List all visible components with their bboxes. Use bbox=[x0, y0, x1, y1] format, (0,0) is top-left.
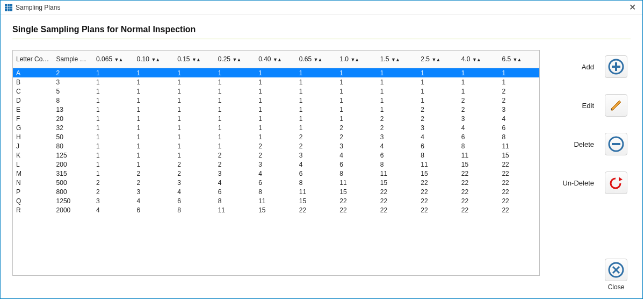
column-header[interactable]: 0.25 ▼▲ bbox=[215, 51, 256, 68]
table-cell: 3 bbox=[134, 187, 175, 196]
table-cell: 11 bbox=[255, 196, 296, 205]
column-header[interactable]: Letter Cod... bbox=[13, 51, 53, 68]
table-row[interactable]: M315122346811152222 bbox=[13, 169, 539, 178]
sort-arrows-icon: ▼▲ bbox=[350, 57, 359, 62]
table-cell: 1 bbox=[93, 151, 134, 160]
table-cell: 1 bbox=[93, 160, 134, 169]
table-row[interactable]: Q1250346811152222222222 bbox=[13, 196, 539, 205]
table-row[interactable]: B311111111111 bbox=[13, 77, 539, 87]
table-cell: 1 bbox=[255, 96, 296, 105]
table-cell: 22 bbox=[498, 196, 539, 205]
table-cell: 13 bbox=[53, 105, 93, 114]
table-cell: 6 bbox=[417, 141, 458, 151]
svg-rect-6 bbox=[612, 143, 620, 145]
delete-button[interactable]: Delete bbox=[562, 133, 627, 155]
table-cell: 2 bbox=[417, 114, 458, 123]
table-cell: 125 bbox=[53, 151, 93, 160]
column-header[interactable]: 2.5 ▼▲ bbox=[417, 51, 458, 68]
table-row[interactable]: R20004681115222222222222 bbox=[13, 205, 539, 215]
table-cell: P bbox=[13, 187, 53, 196]
table-row[interactable]: J80111122346811 bbox=[13, 141, 539, 151]
column-header[interactable]: 4.0 ▼▲ bbox=[458, 51, 499, 68]
table-cell: 3 bbox=[93, 196, 134, 205]
table-cell: 6 bbox=[296, 169, 337, 178]
column-header[interactable]: 0.65 ▼▲ bbox=[296, 51, 337, 68]
column-header[interactable]: 6.5 ▼▲ bbox=[498, 51, 539, 68]
table-cell: 1 bbox=[498, 77, 539, 87]
table-row[interactable]: E1311111111223 bbox=[13, 105, 539, 114]
table-cell: 2 bbox=[336, 123, 377, 132]
table-cell: 1 bbox=[134, 132, 175, 141]
table-cell: 15 bbox=[458, 160, 499, 169]
table-cell: 22 bbox=[296, 205, 337, 215]
table-cell: 22 bbox=[377, 187, 418, 196]
table-cell: 1 bbox=[498, 68, 539, 78]
sort-arrows-icon: ▼▲ bbox=[191, 57, 200, 62]
table-cell: 1 bbox=[377, 105, 418, 114]
table-row[interactable]: H5011111223468 bbox=[13, 132, 539, 141]
window-title: Sampling Plans bbox=[16, 4, 60, 11]
table-cell: 11 bbox=[458, 151, 499, 160]
table-row[interactable]: N5002234681115222222 bbox=[13, 178, 539, 187]
table-cell: 22 bbox=[336, 196, 377, 205]
column-header[interactable]: 0.15 ▼▲ bbox=[174, 51, 215, 68]
table-cell: 2 bbox=[377, 123, 418, 132]
undelete-button[interactable]: Un-Delete bbox=[562, 172, 627, 194]
column-header[interactable]: 0.065 ▼▲ bbox=[93, 51, 134, 68]
column-header[interactable]: 0.10 ▼▲ bbox=[134, 51, 175, 68]
table-cell: 2 bbox=[215, 160, 256, 169]
table-row[interactable]: C511111111112 bbox=[13, 87, 539, 96]
table-cell: 22 bbox=[417, 187, 458, 196]
table-cell: 4 bbox=[417, 132, 458, 141]
sort-arrows-icon: ▼▲ bbox=[150, 57, 160, 62]
table-cell: E bbox=[13, 105, 53, 114]
table-cell: 1 bbox=[134, 87, 175, 96]
table-row[interactable]: D811111111122 bbox=[13, 96, 539, 105]
table-cell: 22 bbox=[498, 187, 539, 196]
table-row[interactable]: A211111111111 bbox=[13, 68, 539, 78]
table-cell: 6 bbox=[174, 196, 215, 205]
table-cell: 11 bbox=[498, 141, 539, 151]
table-cell: 1 bbox=[215, 132, 256, 141]
table-cell: 22 bbox=[498, 160, 539, 169]
page-title: Single Sampling Plans for Normal Inspect… bbox=[1, 15, 642, 38]
add-button[interactable]: Add bbox=[562, 55, 627, 78]
table-row[interactable]: G3211111122346 bbox=[13, 123, 539, 132]
table-cell: 3 bbox=[377, 132, 418, 141]
table-cell: 1 bbox=[336, 68, 377, 78]
table-cell: 1 bbox=[296, 96, 337, 105]
table-cell: 3 bbox=[215, 169, 256, 178]
close-button[interactable]: Close bbox=[605, 259, 627, 291]
table-cell: 3 bbox=[296, 151, 337, 160]
table-cell: 1 bbox=[134, 96, 175, 105]
sort-arrows-icon: ▼▲ bbox=[272, 57, 281, 62]
table-cell: L bbox=[13, 160, 53, 169]
table-cell: 2 bbox=[296, 141, 337, 151]
table-cell: 1 bbox=[417, 68, 458, 78]
table-cell: 1 bbox=[93, 123, 134, 132]
table-row[interactable]: P80023468111522222222 bbox=[13, 187, 539, 196]
table-cell: 11 bbox=[215, 205, 256, 215]
table-cell: 22 bbox=[417, 205, 458, 215]
table-cell: 1 bbox=[336, 105, 377, 114]
table-row[interactable]: K1251112234681115 bbox=[13, 151, 539, 160]
table-cell: 6 bbox=[336, 160, 377, 169]
table-cell: 2 bbox=[498, 96, 539, 105]
table-row[interactable]: F2011111112234 bbox=[13, 114, 539, 123]
column-header[interactable]: Sample Siz... bbox=[53, 51, 93, 68]
close-label: Close bbox=[608, 283, 625, 291]
sort-arrows-icon: ▼▲ bbox=[472, 57, 481, 62]
window-close-button[interactable]: ✕ bbox=[627, 3, 638, 12]
table-cell: 4 bbox=[336, 151, 377, 160]
table-cell: 1 bbox=[336, 87, 377, 96]
column-header[interactable]: 0.40 ▼▲ bbox=[255, 51, 296, 68]
table-row[interactable]: L20011223468111522 bbox=[13, 160, 539, 169]
table-cell: Q bbox=[13, 196, 53, 205]
column-header[interactable]: 1.5 ▼▲ bbox=[377, 51, 418, 68]
table-cell: 6 bbox=[255, 178, 296, 187]
sampling-plans-table[interactable]: Letter Cod...Sample Siz...0.065 ▼▲0.10 ▼… bbox=[12, 50, 540, 276]
table-cell: 1 bbox=[93, 169, 134, 178]
column-header[interactable]: 1.0 ▼▲ bbox=[336, 51, 377, 68]
table-cell: 1 bbox=[174, 87, 215, 96]
edit-button[interactable]: Edit bbox=[562, 94, 627, 117]
